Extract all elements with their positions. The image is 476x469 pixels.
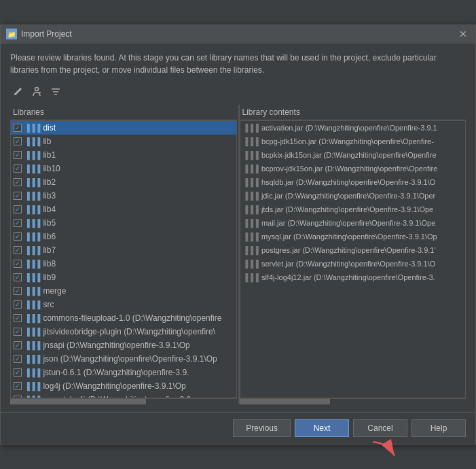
- content-item[interactable]: ▐▐▐ mysql.jar (D:\Wangzhiting\openfire\O…: [240, 230, 466, 243]
- right-scrollbar[interactable]: [240, 398, 466, 404]
- library-label: log4j (D:\Wangzhiting\openfire-3.9.1\Op: [43, 381, 185, 391]
- library-item[interactable]: ✓ ▐▐▐ log4j (D:\Wangzhiting\openfire-3.9…: [11, 379, 236, 393]
- library-checkbox[interactable]: ✓: [14, 355, 22, 363]
- library-label: json (D:\Wangzhiting\openfire\Openfire-3…: [43, 354, 217, 364]
- content-item[interactable]: ▐▐▐ slf4j-log4j12.jar (D:\Wangzhiting\op…: [240, 271, 466, 284]
- content-label: jdic.jar (D:\Wangzhiting\openfire\Openfi…: [261, 192, 435, 200]
- next-button[interactable]: Next: [295, 419, 349, 437]
- bar-icon: ▐▐▐: [24, 124, 40, 132]
- content-bar-icon: ▐▐▐: [243, 164, 259, 173]
- content-item[interactable]: ▐▐▐ bcprov-jdk15on.jar (D:\Wangzhiting\o…: [240, 162, 466, 175]
- content-bar-icon: ▐▐▐: [243, 192, 259, 200]
- content-label: bcprov-jdk15on.jar (D:\Wangzhiting\openf…: [261, 164, 437, 173]
- content-item[interactable]: ▐▐▐ activation.jar (D:\Wangzhiting\openf…: [240, 121, 466, 135]
- left-scrollbar[interactable]: [10, 398, 237, 404]
- content-label: bcpg-jdk15on.jar (D:\Wangzhiting\openfir…: [261, 137, 434, 145]
- library-item[interactable]: ✓ ▐▐▐ lib4: [11, 203, 236, 216]
- library-checkbox[interactable]: ✓: [14, 178, 22, 186]
- library-item[interactable]: ✓ ▐▐▐ lib9: [11, 271, 236, 284]
- library-checkbox[interactable]: ✓: [14, 382, 22, 390]
- library-item[interactable]: ✓ ▐▐▐ lib: [11, 135, 236, 148]
- library-checkbox[interactable]: ✓: [14, 368, 22, 377]
- library-checkbox[interactable]: ✓: [14, 341, 22, 349]
- bar-icon: ▐▐▐: [24, 341, 40, 349]
- content-item[interactable]: ▐▐▐ hsqldb.jar (D:\Wangzhiting\openfire\…: [240, 175, 466, 189]
- library-checkbox[interactable]: ✓: [14, 260, 22, 268]
- bar-icon: ▐▐▐: [24, 382, 40, 390]
- contents-list[interactable]: ▐▐▐ activation.jar (D:\Wangzhiting\openf…: [240, 120, 466, 398]
- content-bar-icon: ▐▐▐: [243, 246, 259, 254]
- library-checkbox[interactable]: ✓: [14, 192, 22, 200]
- library-item[interactable]: ✓ ▐▐▐ lib5: [11, 216, 236, 230]
- close-button[interactable]: ✕: [456, 29, 470, 39]
- library-checkbox[interactable]: ✓: [14, 151, 22, 159]
- content-bar-icon: ▐▐▐: [243, 273, 259, 281]
- bar-icon: ▐▐▐: [24, 314, 40, 322]
- library-item[interactable]: ✓ ▐▐▐ dist: [11, 121, 236, 135]
- bar-icon: ▐▐▐: [24, 355, 40, 363]
- library-item[interactable]: ✓ ▐▐▐ lib8: [11, 257, 236, 271]
- library-label: jnsapi (D:\Wangzhiting\openfire-3.9.1\Op: [43, 341, 189, 350]
- library-checkbox[interactable]: ✓: [14, 300, 22, 309]
- library-item[interactable]: ✓ ▐▐▐ jnsapi (D:\Wangzhiting\openfire-3.…: [11, 338, 236, 352]
- library-item[interactable]: ✓ ▐▐▐ json (D:\Wangzhiting\openfire\Open…: [11, 352, 236, 366]
- library-label: lib7: [43, 245, 56, 255]
- library-checkbox[interactable]: ✓: [14, 137, 22, 145]
- content-bar-icon: ▐▐▐: [243, 219, 259, 227]
- bar-icon: ▐▐▐: [24, 287, 40, 295]
- library-label: lib9: [43, 273, 56, 282]
- content-label: hsqldb.jar (D:\Wangzhiting\openfire\Open…: [261, 178, 435, 186]
- library-checkbox[interactable]: ✓: [14, 273, 22, 281]
- library-item[interactable]: ✓ ▐▐▐ merge: [11, 284, 236, 298]
- previous-button[interactable]: Previous: [233, 419, 291, 437]
- library-label: jitsivideobridge-plugin (D:\Wangzhiting\…: [43, 327, 215, 336]
- library-label: lib8: [43, 259, 56, 268]
- content-bar-icon: ▐▐▐: [243, 137, 259, 145]
- cancel-button[interactable]: Cancel: [353, 419, 407, 437]
- bar-icon: ▐▐▐: [24, 328, 40, 336]
- content-item[interactable]: ▐▐▐ mail.jar (D:\Wangzhiting\openfire\Op…: [240, 216, 466, 230]
- contents-panel: Library contents ▐▐▐ activation.jar (D:\…: [240, 105, 466, 404]
- library-checkbox[interactable]: ✓: [14, 124, 22, 132]
- library-checkbox[interactable]: ✓: [14, 328, 22, 336]
- library-checkbox[interactable]: ✓: [14, 314, 22, 322]
- help-button[interactable]: Help: [411, 419, 466, 437]
- library-checkbox[interactable]: ✓: [14, 164, 22, 173]
- content-item[interactable]: ▐▐▐ jtds.jar (D:\Wangzhiting\openfire\Op…: [240, 203, 466, 216]
- library-item[interactable]: ✓ ▐▐▐ lib7: [11, 243, 236, 257]
- edit-button[interactable]: [10, 84, 25, 99]
- library-item[interactable]: ✓ ▐▐▐ lib1: [11, 148, 236, 162]
- content-item[interactable]: ▐▐▐ bcpg-jdk15on.jar (D:\Wangzhiting\ope…: [240, 135, 466, 148]
- library-item[interactable]: ✓ ▐▐▐ lib2: [11, 175, 236, 189]
- library-label: src: [43, 300, 54, 309]
- content-item[interactable]: ▐▐▐ servlet.jar (D:\Wangzhiting\openfire…: [240, 257, 466, 271]
- svg-point-0: [35, 88, 39, 91]
- library-item[interactable]: ✓ ▐▐▐ jitsivideobridge-plugin (D:\Wangzh…: [11, 325, 236, 338]
- library-item[interactable]: ✓ ▐▐▐ src: [11, 298, 236, 311]
- library-checkbox[interactable]: ✓: [14, 205, 22, 213]
- library-label: lib5: [43, 218, 56, 228]
- libraries-list[interactable]: ✓ ▐▐▐ dist ✓ ▐▐▐ lib ✓ ▐▐▐ lib1 ✓ ▐▐▐ li…: [10, 120, 237, 398]
- contents-header: Library contents: [240, 105, 466, 120]
- person-button[interactable]: [29, 84, 44, 99]
- library-checkbox[interactable]: ✓: [14, 246, 22, 254]
- library-checkbox[interactable]: ✓: [14, 219, 22, 227]
- content-item[interactable]: ▐▐▐ bcpkix-jdk15on.jar (D:\Wangzhiting\o…: [240, 148, 466, 162]
- filter-button[interactable]: [48, 84, 63, 99]
- library-item[interactable]: ✓ ▐▐▐ recaptcha4j (D:\Wangzhiting\openfi…: [11, 393, 236, 398]
- library-label: lib10: [43, 164, 60, 173]
- content-bar-icon: ▐▐▐: [243, 232, 259, 241]
- library-checkbox[interactable]: ✓: [14, 232, 22, 241]
- content-item[interactable]: ▐▐▐ jdic.jar (D:\Wangzhiting\openfire\Op…: [240, 189, 466, 203]
- library-checkbox[interactable]: ✓: [14, 287, 22, 295]
- library-item[interactable]: ✓ ▐▐▐ jstun-0.6.1 (D:\Wangzhiting\openfi…: [11, 366, 236, 379]
- library-item[interactable]: ✓ ▐▐▐ lib6: [11, 230, 236, 243]
- library-item[interactable]: ✓ ▐▐▐ lib3: [11, 189, 236, 203]
- import-project-dialog: 📁 Import Project ✕ Please review librari…: [0, 24, 476, 445]
- library-item[interactable]: ✓ ▐▐▐ lib10: [11, 162, 236, 175]
- library-label: lib4: [43, 205, 56, 214]
- library-label: commons-fileupload-1.0 (D:\Wangzhiting\o…: [43, 313, 221, 323]
- dialog-content: Please review libraries found. At this s…: [1, 44, 475, 412]
- content-item[interactable]: ▐▐▐ postgres.jar (D:\Wangzhiting\openfir…: [240, 243, 466, 257]
- library-item[interactable]: ✓ ▐▐▐ commons-fileupload-1.0 (D:\Wangzhi…: [11, 311, 236, 325]
